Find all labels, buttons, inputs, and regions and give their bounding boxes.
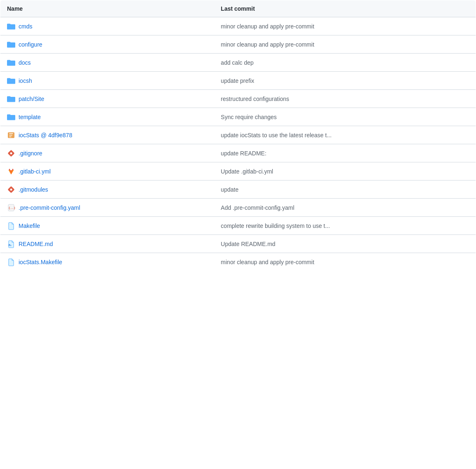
column-header-name: Name — [0, 0, 214, 17]
name-cell: docs — [0, 54, 214, 72]
commit-message: Sync require changes — [221, 114, 276, 120]
svg-text:{..}: {..} — [9, 206, 16, 210]
table-header-row: Name Last commit — [0, 0, 476, 17]
table-row: configureminor cleanup and apply pre-com… — [0, 35, 476, 54]
table-row: templateSync require changes — [0, 108, 476, 126]
commit-message-cell: minor cleanup and apply pre-commit — [214, 253, 476, 271]
name-cell: patch/Site — [0, 90, 214, 108]
file-name-link[interactable]: Makefile — [19, 223, 40, 229]
commit-message: add calc dep — [221, 59, 253, 66]
commit-message-cell: add calc dep — [214, 54, 476, 72]
table-row: M↓ README.mdUpdate README.md — [0, 235, 476, 253]
name-cell: .gitmodules — [0, 181, 214, 199]
commit-message-cell: update iocStats to use the latest releas… — [214, 126, 476, 144]
file-name-link[interactable]: README.md — [19, 241, 53, 247]
name-cell: Makefile — [0, 217, 214, 235]
table-row: docsadd calc dep — [0, 54, 476, 72]
commit-message-cell: minor cleanup and apply pre-commit — [214, 35, 476, 54]
file-name-link[interactable]: docs — [19, 59, 31, 66]
file-name-link[interactable]: cmds — [19, 23, 32, 30]
folder-icon — [7, 59, 15, 67]
commit-message-cell: complete rewrite building system to use … — [214, 217, 476, 235]
table-row: patch/Siterestructured configurations — [0, 90, 476, 108]
commit-message-cell: restructured configurations — [214, 90, 476, 108]
commit-message: update iocStats to use the latest releas… — [221, 132, 332, 138]
commit-message: minor cleanup and apply pre-commit — [221, 23, 314, 30]
table-row: .gitlab-ci.ymlUpdate .gitlab-ci.yml — [0, 162, 476, 181]
commit-message-cell: update prefix — [214, 72, 476, 90]
name-cell: configure — [0, 35, 214, 54]
commit-message: Update .gitlab-ci.yml — [221, 168, 273, 175]
commit-message-cell: Add .pre-commit-config.yaml — [214, 199, 476, 217]
commit-message: Add .pre-commit-config.yaml — [221, 204, 294, 211]
table-row: Makefilecomplete rewrite building system… — [0, 217, 476, 235]
folder-icon — [7, 22, 15, 30]
name-cell: .gitlab-ci.yml — [0, 162, 214, 181]
commit-message: update README: — [221, 150, 266, 157]
file-name-link[interactable]: iocStats.Makefile — [19, 259, 62, 265]
table-row: iocStats @ 4df9e878update iocStats to us… — [0, 126, 476, 144]
table-row: cmdsminor cleanup and apply pre-commit — [0, 17, 476, 35]
submodule-icon — [7, 131, 15, 139]
table-row: .gitmodulesupdate — [0, 181, 476, 199]
file-icon — [7, 222, 15, 230]
name-cell: iocStats @ 4df9e878 — [0, 126, 214, 144]
name-cell: iocStats.Makefile — [0, 253, 214, 271]
file-name-link[interactable]: configure — [19, 41, 42, 48]
name-cell: template — [0, 108, 214, 126]
commit-message: Update README.md — [221, 241, 275, 247]
git-icon — [7, 149, 15, 157]
yaml-icon: {..} — [7, 204, 15, 212]
commit-message-cell: Update README.md — [214, 235, 476, 253]
table-row: {..} .pre-commit-config.yamlAdd .pre-com… — [0, 199, 476, 217]
name-cell: iocsh — [0, 72, 214, 90]
file-name-link[interactable]: iocStats @ 4df9e878 — [19, 132, 72, 138]
commit-message-cell: Sync require changes — [214, 108, 476, 126]
commit-message-cell: update — [214, 181, 476, 199]
file-name-link[interactable]: template — [19, 114, 41, 120]
folder-icon — [7, 40, 15, 49]
table-row: iocStats.Makefileminor cleanup and apply… — [0, 253, 476, 271]
file-name-link[interactable]: .gitlab-ci.yml — [19, 168, 51, 175]
table-row: .gitignoreupdate README: — [0, 144, 476, 162]
column-header-last-commit: Last commit — [214, 0, 476, 17]
name-cell: .gitignore — [0, 144, 214, 162]
markdown-icon: M↓ — [7, 240, 15, 248]
file-name-link[interactable]: .pre-commit-config.yaml — [19, 204, 80, 211]
commit-message-cell: minor cleanup and apply pre-commit — [214, 17, 476, 35]
commit-message: update — [221, 186, 238, 193]
commit-message: minor cleanup and apply pre-commit — [221, 41, 314, 48]
folder-icon — [7, 113, 15, 121]
file-name-link[interactable]: patch/Site — [19, 96, 44, 102]
git-icon — [7, 185, 15, 194]
file-name-link[interactable]: .gitmodules — [19, 186, 48, 193]
commit-message: complete rewrite building system to use … — [221, 223, 330, 229]
gitlab-icon — [7, 167, 15, 176]
folder-icon — [7, 95, 15, 103]
table-row: iocshupdate prefix — [0, 72, 476, 90]
name-cell: cmds — [0, 17, 214, 35]
name-cell: {..} .pre-commit-config.yaml — [0, 199, 214, 217]
folder-icon — [7, 77, 15, 85]
file-icon — [7, 258, 15, 266]
svg-point-4 — [10, 188, 12, 190]
svg-text:M↓: M↓ — [9, 244, 12, 246]
commit-message: minor cleanup and apply pre-commit — [221, 259, 314, 265]
file-name-link[interactable]: .gitignore — [19, 150, 42, 157]
file-name-link[interactable]: iocsh — [19, 77, 32, 84]
commit-message-cell: Update .gitlab-ci.yml — [214, 162, 476, 181]
commit-message-cell: update README: — [214, 144, 476, 162]
name-cell: M↓ README.md — [0, 235, 214, 253]
file-list-table: Name Last commit cmdsminor cleanup and a… — [0, 0, 476, 271]
commit-message: restructured configurations — [221, 96, 289, 102]
commit-message: update prefix — [221, 77, 254, 84]
svg-point-2 — [10, 152, 12, 154]
